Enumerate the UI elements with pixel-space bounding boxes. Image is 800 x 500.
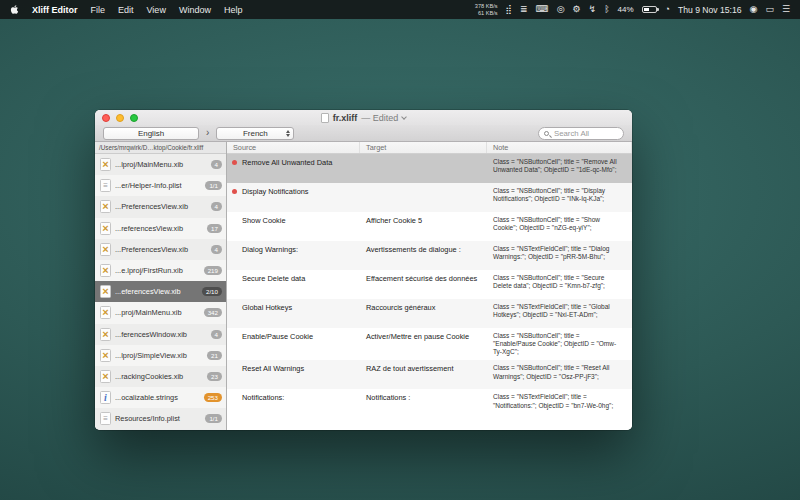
siri-icon[interactable]: ◉ [750,5,758,14]
menu-window[interactable]: Window [179,5,211,15]
count-badge: 219 [204,266,222,275]
sidebar-file-item[interactable]: ...PreferencesView.xib 4 [95,196,226,217]
note-cell: Class = "NSButtonCell"; title = "Secure … [487,270,632,294]
menu-edit[interactable]: Edit [118,5,134,15]
note-cell: Class = "NSButtonCell"; title = "Show Co… [487,212,632,236]
untranslated-dot-icon [232,189,237,194]
target-cell[interactable]: Notifications : [360,389,487,407]
menu-view[interactable]: View [147,5,166,15]
target-cell[interactable]: Effacement sécurisé des données [360,270,487,288]
source-text: Global Hotkeys [242,303,292,312]
sidebar-file-item[interactable]: ...lproj/MainMenu.xib 4 [95,154,226,175]
apple-menu[interactable] [10,4,19,15]
table-row[interactable]: Remove All Unwanted Data Class = "NSButt… [227,154,632,183]
minimize-button[interactable] [116,114,124,122]
file-icon [100,243,111,256]
gear-icon[interactable]: ⚙ [573,5,581,14]
menu-clock[interactable]: Thu 9 Nov 15:16 [678,5,742,15]
source-language-button[interactable]: English [103,127,199,140]
window-body: /Users/mrqwirk/D…ktop/Cookie/fr.xliff ..… [95,142,632,430]
target-language-popup[interactable]: French [216,127,294,140]
title-bar[interactable]: fr.xliff — Edited [95,110,632,125]
search-icon [544,131,549,136]
sidebar-file-item[interactable]: ...PreferencesView.xib 4 [95,239,226,260]
menu-bar-status: 378 KB/s 61 KB/s ⣾ ≣ ⌨ ◎ ⚙ ↯ ᛒ 44% ◔ Thu… [475,3,790,16]
table-row[interactable]: Secure Delete data Effacement sécurisé d… [227,270,632,299]
file-name: ...PreferencesView.xib [115,202,207,211]
file-icon [100,370,111,383]
clock-icon[interactable]: ◔ [665,5,670,14]
user-icon[interactable]: ◎ [557,5,565,14]
note-cell: Class = "NSButtonCell"; title = "Remove … [487,154,632,178]
sidebar-file-item[interactable]: ...er/Helper-Info.plist 1/1 [95,175,226,196]
keyboard-icon[interactable]: ⌨ [536,5,549,14]
count-badge: 4 [211,245,222,254]
source-cell: Show Cookie [227,212,360,230]
document-icon [321,113,329,123]
column-header-target[interactable]: Target [360,142,487,153]
sidebar-file-list: ...lproj/MainMenu.xib 4 ...er/Helper-Inf… [95,154,226,430]
source-cell: Global Hotkeys [227,299,360,317]
menu-file[interactable]: File [91,5,106,15]
display-icon[interactable]: ▭ [765,5,774,14]
file-icon [100,349,111,362]
count-badge: 4 [211,202,222,211]
translation-table: Source Target Note Remove All Unwanted D… [227,142,632,430]
stats-icon[interactable]: ≣ [520,5,528,14]
target-cell[interactable]: RAZ de tout avertissement [360,360,487,378]
sidebar-file-item[interactable]: ...lproj/SimpleView.xib 21 [95,345,226,366]
note-cell: Class = "NSButtonCell"; title = "Reset A… [487,360,632,384]
target-cell[interactable] [360,154,487,162]
sidebar-file-item[interactable]: ...proj/MainMenu.xib 342 [95,302,226,323]
sidebar-file-item[interactable]: ...e.lproj/FirstRun.xib 219 [95,260,226,281]
column-header-source[interactable]: Source [227,142,360,153]
notification-center-icon[interactable]: ☰ [782,5,790,14]
table-row[interactable]: Reset All Warnings RAZ de tout avertisse… [227,360,632,389]
table-row[interactable]: Dialog Warnings: Avertissements de dialo… [227,241,632,270]
target-language-label: French [243,129,268,138]
sidebar-file-item[interactable]: ...rackingCookies.xib 23 [95,366,226,387]
search-field[interactable]: Search All [538,127,624,140]
table-row[interactable]: Enable/Pause Cookie Activer/Mettre en pa… [227,328,632,360]
table-row[interactable]: Notifications: Notifications : Class = "… [227,389,632,418]
target-cell[interactable]: Raccourcis généraux [360,299,487,317]
network-speed[interactable]: 378 KB/s 61 KB/s [475,3,498,16]
file-name: ...e.lproj/FirstRun.xib [115,266,200,275]
chevron-right-icon: › [206,128,209,138]
source-text: Enable/Pause Cookie [242,332,313,341]
count-badge: 1/1 [205,414,222,423]
file-path: /Users/mrqwirk/D…ktop/Cookie/fr.xliff [95,142,226,154]
chevron-down-icon[interactable] [401,114,407,120]
column-header-note[interactable]: Note [487,142,632,153]
battery-icon[interactable] [642,6,657,13]
count-badge: 4 [211,160,222,169]
power-icon[interactable]: ↯ [589,5,597,14]
target-cell[interactable] [360,183,487,191]
menu-bar-left: Xliff Editor File Edit View Window Help [10,4,242,15]
target-cell[interactable]: Activer/Mettre en pause Cookie [360,328,487,346]
file-name: ...lproj/MainMenu.xib [115,160,207,169]
sidebar-file-item[interactable]: ...referencesView.xib 17 [95,218,226,239]
source-text: Notifications: [242,393,284,402]
table-row[interactable]: Global Hotkeys Raccourcis généraux Class… [227,299,632,328]
source-cell: Enable/Pause Cookie [227,328,360,346]
target-cell[interactable]: Afficher Cookie 5 [360,212,487,230]
network-graph-icon[interactable]: ⣾ [506,5,513,14]
sidebar-file-item[interactable]: Resources/Info.plist 1/1 [95,408,226,429]
table-row[interactable]: Show Cookie Afficher Cookie 5 Class = "N… [227,212,632,241]
sidebar-file-item[interactable]: ...ocalizable.strings 253 [95,387,226,408]
count-badge: 2/10 [202,287,222,296]
file-name: ...ferencesWindow.xib [115,330,207,339]
table-row[interactable]: Display Notifications Class = "NSButtonC… [227,183,632,212]
count-badge: 1/1 [205,181,222,190]
target-cell[interactable]: Avertissements de dialogue : [360,241,487,259]
battery-percent: 44% [618,5,634,14]
close-button[interactable] [102,114,110,122]
sidebar-file-item[interactable]: ...ferencesWindow.xib 4 [95,324,226,345]
note-cell: Class = "NSButtonCell"; title = "Display… [487,183,632,207]
app-menu-xliff-editor[interactable]: Xliff Editor [32,5,78,15]
menu-help[interactable]: Help [224,5,243,15]
bluetooth-icon[interactable]: ᛒ [604,5,609,14]
zoom-button[interactable] [130,114,138,122]
sidebar-file-item[interactable]: ...eferencesView.xib 2/10 [95,281,226,302]
